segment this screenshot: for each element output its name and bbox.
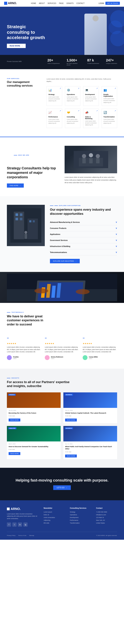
insight-title-2: How to Discover Demand for Greater Susta… bbox=[8, 446, 59, 448]
exp-cta-label: EXPLORE OUR INDUSTRIES bbox=[53, 260, 74, 262]
accordion-item-1[interactable]: Consumer Products ∨ bbox=[50, 225, 117, 231]
exp-right: EXPLORE OUR EXPERTISE Our experience spa… bbox=[50, 205, 117, 263]
testimonial-author-0: Frankie Client bbox=[7, 355, 41, 360]
author-info-1: Emma Robinson Client bbox=[51, 356, 63, 359]
exp-cta-button[interactable]: EXPLORE OUR INDUSTRIES → bbox=[50, 259, 80, 263]
nav-item-page[interactable]: PAGE bbox=[59, 2, 64, 4]
social-linkedin-icon[interactable]: in bbox=[18, 522, 22, 527]
nav-item-services[interactable]: SERVICES bbox=[48, 2, 56, 4]
accordion-header-5[interactable]: Telecommunications ∨ bbox=[50, 251, 117, 254]
footer-link-0-2[interactable]: Amet consectetur bbox=[44, 517, 64, 518]
strategy-arrow-icon: → bbox=[20, 185, 21, 186]
footer-terms[interactable]: Terms of Use bbox=[18, 535, 26, 536]
insight-img-1: Business bbox=[64, 392, 117, 408]
strategy-tag-text: WHO WE ARE bbox=[18, 154, 29, 156]
nav-item-grants[interactable]: GRANTS bbox=[66, 2, 74, 4]
footer-link-1-1[interactable]: Operations bbox=[70, 514, 91, 516]
testimonials-title: We have to deliver great customer experi… bbox=[7, 314, 45, 326]
footer-col-list-2: +1 800 000 0000 info@arno.com 123 Main S… bbox=[96, 511, 117, 524]
accordion-header-2[interactable]: Applications ∨ bbox=[50, 233, 117, 236]
insight-cat-2: Analysis bbox=[8, 427, 16, 429]
footer-link-1-0[interactable]: Strategy bbox=[70, 511, 91, 513]
accordion-item-5[interactable]: Telecommunications ∨ bbox=[50, 249, 117, 256]
service-icon-6: 📣 bbox=[85, 111, 89, 115]
stats-bar: Proven Success With 20+ Years of Experie… bbox=[0, 55, 124, 69]
social-twitter-icon[interactable]: t bbox=[12, 522, 16, 527]
footer-link-0-1[interactable]: Dolor sit bbox=[44, 514, 64, 516]
insight-meta-1: 4 min read bbox=[65, 415, 116, 417]
author-info-2: Casey Miller Client bbox=[89, 356, 98, 359]
exp-img-inner bbox=[7, 205, 45, 246]
social-instagram-icon[interactable]: ig bbox=[24, 522, 28, 527]
hero-headline: Strategic consulting to accelerate growt… bbox=[7, 24, 48, 40]
insight-btn-1[interactable]: READ MORE bbox=[65, 418, 77, 422]
nav-cta-button[interactable]: GET IN TOUCH bbox=[106, 2, 120, 5]
footer-link-0-0[interactable]: Lorem ipsum bbox=[44, 511, 64, 513]
service-card-0[interactable]: 📊 Strategy Lorem ipsum dolor sit amet co… bbox=[46, 86, 62, 106]
service-name-4: Performance bbox=[48, 116, 60, 118]
svg-point-3 bbox=[89, 153, 93, 157]
accordion-item-0[interactable]: Advanced Manufacturing & Services ∨ bbox=[50, 219, 117, 225]
nav-item-contact[interactable]: CONTACT bbox=[76, 2, 84, 4]
service-icon-3: 👥 bbox=[104, 88, 108, 92]
stat-desc-3: Unique customers bbox=[106, 63, 117, 64]
social-facebook-icon[interactable]: f bbox=[7, 522, 11, 527]
footer-link-1-2[interactable]: Development bbox=[70, 517, 91, 518]
insight-title-3: What Public And Family-Owned Companies C… bbox=[65, 446, 116, 450]
svg-point-17 bbox=[24, 231, 27, 234]
hero-cta-button[interactable]: READ MORE → bbox=[7, 44, 26, 48]
insight-btn-0[interactable]: READ MORE bbox=[8, 418, 20, 422]
footer-link-0-4[interactable]: Elit nulla bbox=[44, 522, 64, 524]
footer-link-1-4[interactable]: Transformation bbox=[70, 522, 91, 524]
service-card-7[interactable]: 🔄 Transformation Lorem ipsum dolor sit a… bbox=[102, 108, 117, 128]
accordion-header-0[interactable]: Advanced Manufacturing & Services ∨ bbox=[50, 221, 117, 224]
stats-label: Proven Success With bbox=[7, 60, 22, 62]
stat-desc-2: Trusted businesses bbox=[87, 63, 99, 64]
nav-login[interactable]: LOGIN bbox=[99, 2, 104, 4]
footer-bottom-links: Privacy Policy Terms of Use Sitemap bbox=[7, 535, 34, 536]
testimonials-header: TESTIMONIALS We have to deliver great cu… bbox=[7, 312, 117, 332]
footer-link-2-1[interactable]: info@arno.com bbox=[96, 514, 117, 516]
strategy-title: Strategy Consultants help top management… bbox=[7, 166, 60, 179]
insight-title-1: Global Venture Capital Outlook: The Late… bbox=[65, 412, 116, 414]
footer-col-1: Consulting Services Strategy Operations … bbox=[70, 507, 91, 527]
strategy-cta-button[interactable]: FIND MORE → bbox=[7, 184, 24, 188]
accordion-header-3[interactable]: Government Services ∨ bbox=[50, 239, 117, 242]
svg-rect-5 bbox=[82, 158, 86, 163]
insight-body-1: Feb 22, 2024 Global Venture Capital Outl… bbox=[64, 408, 117, 423]
svg-rect-11 bbox=[16, 214, 18, 216]
accordion-item-3[interactable]: Government Services ∨ bbox=[50, 237, 117, 243]
service-desc-0: Lorem ipsum dolor sit amet consectetur a… bbox=[48, 96, 60, 102]
services-grid-row2: 📈 Performance Lorem ipsum dolor sit amet… bbox=[46, 108, 117, 128]
hero-content: Strategic consulting to accelerate growt… bbox=[7, 24, 117, 55]
stats-label-col: Proven Success With bbox=[7, 60, 22, 64]
service-card-2[interactable]: 💻 Development Lorem ipsum dolor sit amet… bbox=[83, 86, 99, 106]
nav-item-home[interactable]: HOME bbox=[31, 2, 36, 4]
logo: ARNO. bbox=[4, 2, 17, 5]
accordion-header-4[interactable]: Infrastructure & Building ∨ bbox=[50, 245, 117, 248]
author-name-2: Casey Miller bbox=[89, 356, 98, 358]
svg-rect-12 bbox=[20, 214, 22, 216]
footer-link-0-3[interactable]: Adipiscing bbox=[44, 520, 64, 521]
service-card-1[interactable]: ⚙️ Operations Lorem ipsum dolor sit amet… bbox=[65, 86, 80, 106]
service-card-4[interactable]: 📈 Performance Lorem ipsum dolor sit amet… bbox=[46, 108, 62, 128]
cta-dark-button[interactable]: LET'S GO → bbox=[53, 485, 70, 490]
insight-img-2: Analysis bbox=[7, 426, 60, 442]
fullwidth-overlay bbox=[0, 272, 124, 303]
insight-btn-3[interactable]: READ MORE bbox=[65, 454, 77, 458]
svg-rect-18 bbox=[24, 234, 27, 239]
accordion-header-1[interactable]: Consumer Products ∨ bbox=[50, 227, 117, 230]
accordion-item-4[interactable]: Infrastructure & Building ∨ bbox=[50, 243, 117, 249]
accordion-item-2[interactable]: Applications ∨ bbox=[50, 231, 117, 237]
footer-sitemap[interactable]: Sitemap bbox=[29, 535, 34, 536]
testimonial-text-2: Lorem ipsum dolor sit amet, consectetur … bbox=[83, 346, 117, 353]
service-card-6[interactable]: 📣 Sales & Marketing Lorem ipsum dolor si… bbox=[83, 108, 99, 128]
footer-privacy[interactable]: Privacy Policy bbox=[7, 535, 16, 536]
stat-num-2: 87 k bbox=[87, 58, 99, 62]
nav-item-about[interactable]: ABOUT bbox=[39, 2, 45, 4]
insight-btn-2[interactable]: READ MORE bbox=[8, 452, 20, 455]
service-card-5[interactable]: 🤝 Consulting Lorem ipsum dolor sit amet … bbox=[65, 108, 80, 128]
strategy-tag: WHO WE ARE bbox=[7, 146, 60, 164]
footer-link-1-3[interactable]: Performance bbox=[70, 520, 91, 521]
service-card-3[interactable]: 👥 People Organization Lorem ipsum dolor … bbox=[102, 86, 117, 106]
